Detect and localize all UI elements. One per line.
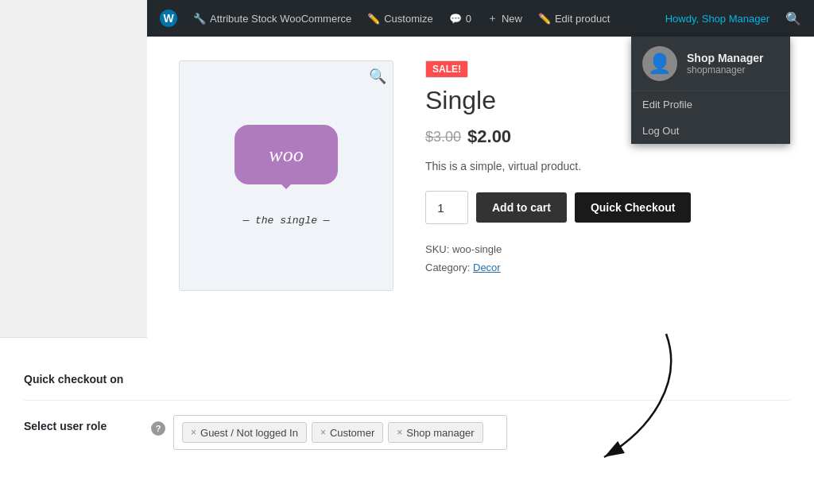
user-role-label: Select user role — [24, 415, 151, 432]
category-link[interactable]: Decor — [473, 262, 501, 273]
plugin-icon: 🔧 — [193, 13, 206, 25]
log-out-link[interactable]: Log Out — [631, 118, 790, 144]
customize-label: Customize — [384, 13, 432, 25]
add-to-cart-button[interactable]: Add to cart — [476, 192, 567, 223]
product-category: Category: Decor — [425, 258, 782, 277]
sku-value: woo-single — [452, 243, 502, 255]
tag-label-guest: Guest / Not logged In — [200, 427, 298, 439]
comment-icon: 💬 — [449, 13, 462, 25]
comments-item[interactable]: 💬 0 — [443, 10, 478, 28]
tag-x-guest[interactable]: × — [191, 427, 196, 438]
new-item[interactable]: ＋ New — [481, 8, 529, 29]
product-actions: Add to cart Quick Checkout — [425, 191, 782, 224]
edit-product-label: Edit product — [555, 13, 610, 25]
tag-x-shop-manager[interactable]: × — [397, 427, 402, 438]
woo-illustration: woo — the single — — [235, 125, 338, 227]
tag-x-customer[interactable]: × — [320, 427, 326, 438]
user-username: shopmanager — [687, 64, 763, 76]
woo-bubble: woo — [235, 125, 338, 184]
tag-container: × Guest / Not logged In × Customer × Sho… — [173, 415, 507, 450]
user-avatar: 👤 — [642, 46, 677, 81]
tag-label-customer: Customer — [330, 427, 374, 439]
category-label: Category: — [425, 262, 470, 273]
plugin-name-item[interactable]: 🔧 Attribute Stock WooCommerce — [187, 10, 358, 28]
wp-icon: W — [160, 10, 177, 27]
user-role-row: Select user role ? × Guest / Not logged … — [24, 401, 790, 464]
quick-checkout-label: Quick checkout on — [24, 368, 151, 386]
quantity-input[interactable] — [425, 191, 468, 224]
tag-shop-manager[interactable]: × Shop manager — [388, 422, 483, 443]
user-dropdown: 👤 Shop Manager shopmanager Edit Profile … — [631, 37, 790, 144]
admin-bar: W 🔧 Attribute Stock WooCommerce ✏️ Custo… — [147, 0, 814, 37]
tag-guest[interactable]: × Guest / Not logged In — [182, 422, 307, 443]
zoom-icon[interactable]: 🔍 — [369, 68, 386, 85]
new-label: New — [502, 13, 522, 25]
tag-customer[interactable]: × Customer — [312, 422, 383, 443]
comments-count: 0 — [466, 13, 471, 25]
sale-badge: SALE! — [425, 60, 468, 78]
edit-product-item[interactable]: ✏️ Edit product — [532, 10, 616, 28]
customize-item[interactable]: ✏️ Customize — [361, 10, 439, 28]
product-sku: SKU: woo-single — [425, 240, 782, 258]
search-icon[interactable]: 🔍 — [779, 8, 808, 29]
user-info: Shop Manager shopmanager — [687, 52, 763, 76]
tag-label-shop-manager: Shop manager — [406, 427, 474, 439]
product-description: This is a simple, virtual product. — [425, 158, 782, 175]
edit-icon: ✏️ — [538, 13, 551, 25]
user-dropdown-header: 👤 Shop Manager shopmanager — [631, 37, 790, 91]
user-display-name: Shop Manager — [687, 52, 763, 64]
sku-label: SKU: — [425, 243, 449, 255]
help-icon: ? — [151, 421, 165, 436]
plus-icon: ＋ — [487, 11, 498, 25]
wp-logo-item[interactable]: W — [153, 6, 184, 30]
product-meta: SKU: woo-single Category: Decor — [425, 240, 782, 277]
woo-logo-text: woo — [269, 143, 303, 167]
product-image-container: 🔍 woo — the single — — [179, 60, 393, 291]
pencil-icon: ✏️ — [367, 13, 380, 25]
edit-profile-link[interactable]: Edit Profile — [631, 91, 790, 118]
user-role-value: × Guest / Not logged In × Customer × Sho… — [173, 415, 790, 450]
woo-subtitle: — the single — — [242, 215, 329, 227]
price-new: $2.00 — [467, 126, 511, 147]
plugin-name-label: Attribute Stock WooCommerce — [210, 13, 351, 25]
howdy-link[interactable]: Howdy, Shop Manager — [659, 10, 776, 28]
price-old: $3.00 — [425, 129, 461, 145]
quick-checkout-button[interactable]: Quick Checkout — [575, 192, 692, 223]
